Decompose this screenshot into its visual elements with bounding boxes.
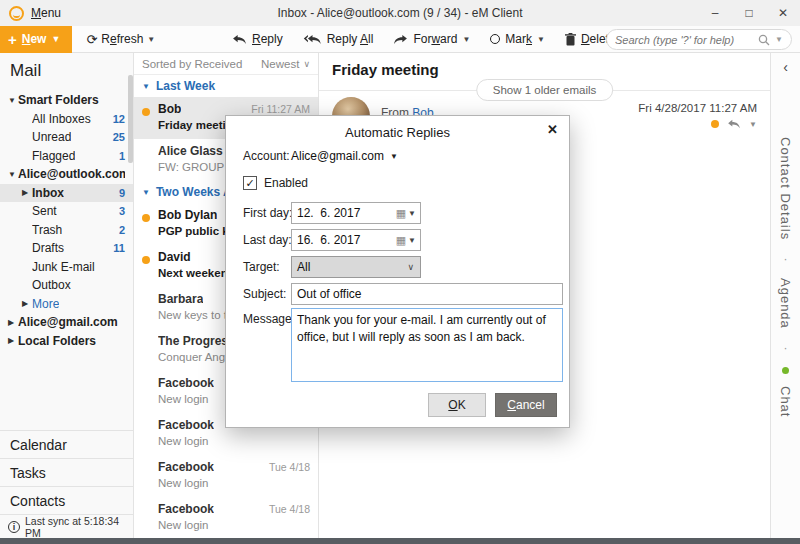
last-day-datepicker[interactable]: ▦ ▼ <box>291 229 421 251</box>
collapse-chevron-icon[interactable]: ‹ <box>783 59 788 75</box>
chat-online-dot-icon <box>782 367 789 374</box>
email-subject: New login <box>158 435 310 447</box>
message-textarea[interactable]: Thank you for your e-mail. I am currentl… <box>292 309 562 381</box>
unread-count-badge: 11 <box>113 242 125 254</box>
mail-section-title: Mail <box>0 53 133 91</box>
email-list-item[interactable]: FacebookTue 4/18New login <box>134 497 318 538</box>
folder-sidebar: Mail ▼Smart FoldersAll Inboxes12Unread25… <box>0 53 134 538</box>
subject-input[interactable] <box>292 284 562 304</box>
sidebar-folder-junk-e-mail[interactable]: Junk E-mail <box>0 258 133 277</box>
search-icon <box>758 34 770 46</box>
email-sender: Barbara <box>158 292 203 306</box>
sidebar-folder-alice-gmail-com[interactable]: ▶Alice@gmail.com <box>0 313 133 332</box>
first-day-datepicker[interactable]: ▦ ▼ <box>291 202 421 224</box>
rail-tab-agenda[interactable]: Agenda <box>778 278 793 329</box>
sidebar-scrollbar[interactable] <box>128 75 133 163</box>
email-sender: David <box>158 250 191 264</box>
email-sender: Bob <box>158 102 181 116</box>
sidebar-bottom-tabs: CalendarTasksContacts i Last sync at 5:1… <box>0 430 133 538</box>
chevron-down-icon: ∨ <box>303 59 310 69</box>
refresh-button[interactable]: ⟳ Refresh ▼ <box>86 32 155 47</box>
sidebar-folder-sent[interactable]: Sent3 <box>0 202 133 221</box>
menu-button[interactable]: Menu <box>31 6 61 20</box>
sidebar-folder-all-inboxes[interactable]: All Inboxes12 <box>0 110 133 129</box>
rail-tab-chat[interactable]: Chat <box>778 386 793 417</box>
enabled-checkbox[interactable]: ✓ <box>243 176 257 190</box>
expand-arrow-icon[interactable]: ▼ <box>8 170 18 179</box>
unread-count-badge: 12 <box>113 113 125 125</box>
forward-button[interactable]: Forward ▼ <box>393 32 470 46</box>
expand-arrow-icon: ▼ <box>142 82 150 91</box>
unread-count-badge: 3 <box>119 205 125 217</box>
sort-label[interactable]: Sorted by Received <box>142 58 242 70</box>
expand-arrow-icon[interactable]: ▶ <box>8 336 18 345</box>
target-select[interactable]: All ∨ <box>291 256 421 278</box>
email-date: Tue 4/18 <box>263 503 310 515</box>
last-day-label: Last day: <box>243 233 292 247</box>
subject-label: Subject: <box>243 287 286 301</box>
mark-button[interactable]: Mark ▼ <box>490 32 545 46</box>
sidebar-folder-local-folders[interactable]: ▶Local Folders <box>0 332 133 351</box>
email-subject: New login <box>158 477 310 489</box>
unread-count-badge: 1 <box>119 150 125 162</box>
folder-label: Unread <box>32 130 71 144</box>
account-dropdown[interactable]: Alice@gmail.com ▼ <box>291 149 398 163</box>
unread-count-badge: 25 <box>113 131 125 143</box>
email-list-item[interactable]: FacebookTue 4/18New login <box>134 455 318 497</box>
sidebar-folder-alice-outlook-com[interactable]: ▼Alice@outlook.com <box>0 165 133 184</box>
first-day-label: First day: <box>243 206 292 220</box>
reply-button[interactable]: Reply <box>232 32 283 46</box>
reply-all-button[interactable]: Reply All <box>303 32 374 46</box>
email-subject: New login <box>158 519 310 531</box>
expand-arrow-icon[interactable]: ▶ <box>8 318 18 327</box>
close-icon[interactable]: ✕ <box>766 6 800 20</box>
folder-label: Drafts <box>32 241 64 255</box>
cancel-button[interactable]: Cancel <box>495 393 557 417</box>
sidebar-tab-tasks[interactable]: Tasks <box>0 458 133 486</box>
expand-arrow-icon[interactable]: ▼ <box>8 96 18 105</box>
sidebar-folder-drafts[interactable]: Drafts11 <box>0 239 133 258</box>
chevron-down-icon[interactable]: ▼ <box>749 120 757 129</box>
chevron-down-icon: ▼ <box>462 35 470 44</box>
minimize-icon[interactable]: – <box>698 6 732 20</box>
titlebar: Menu Inbox - Alice@outlook.com (9 / 34) … <box>0 0 800 26</box>
sidebar-folder-inbox[interactable]: ▶Inbox9 <box>0 184 133 203</box>
search-input[interactable] <box>615 34 753 46</box>
unread-dot-icon[interactable] <box>711 120 719 128</box>
refresh-icon: ⟳ <box>86 32 97 47</box>
sort-order-dropdown[interactable]: Newest ∨ <box>261 58 310 70</box>
rail-tab-contact-details[interactable]: Contact Details <box>778 137 793 240</box>
email-date: Tue 4/18 <box>263 461 310 473</box>
expand-arrow-icon[interactable]: ▶ <box>22 299 32 308</box>
folder-label: Sent <box>32 204 57 218</box>
sidebar-folder-trash[interactable]: Trash2 <box>0 221 133 240</box>
calendar-icon: ▦ <box>396 234 408 247</box>
ok-button[interactable]: OK <box>428 393 486 417</box>
sidebar-folder-unread[interactable]: Unread25 <box>0 128 133 147</box>
list-header: Sorted by Received Newest ∨ <box>134 53 318 75</box>
folder-label: Trash <box>32 223 62 237</box>
expand-arrow-icon[interactable]: ▶ <box>22 188 32 197</box>
expand-arrow-icon: ▼ <box>142 188 150 197</box>
maximize-icon[interactable]: □ <box>732 6 766 20</box>
search-box[interactable]: ▼ <box>606 29 792 50</box>
list-section-header[interactable]: ▼Last Week <box>134 75 318 97</box>
sidebar-folder-outbox[interactable]: Outbox <box>0 276 133 295</box>
unread-count-badge: 9 <box>119 187 125 199</box>
sidebar-tab-contacts[interactable]: Contacts <box>0 486 133 514</box>
close-icon[interactable]: ✕ <box>547 122 558 137</box>
sidebar-folder-smart-folders[interactable]: ▼Smart Folders <box>0 91 133 110</box>
first-day-input[interactable] <box>292 206 396 220</box>
reply-arrow-icon[interactable] <box>727 119 741 129</box>
chevron-down-icon: ▼ <box>775 35 783 44</box>
show-older-emails-button[interactable]: Show 1 older emails <box>476 79 614 101</box>
sidebar-tab-calendar[interactable]: Calendar <box>0 430 133 458</box>
folder-label: Local Folders <box>18 334 96 348</box>
chevron-down-icon: ▼ <box>51 34 60 44</box>
sidebar-folder-more[interactable]: ▶More <box>0 295 133 314</box>
new-button[interactable]: + New ▼ <box>0 26 72 53</box>
unread-dot-icon <box>142 214 150 222</box>
last-day-input[interactable] <box>292 233 396 247</box>
chevron-down-icon: ▼ <box>537 35 545 44</box>
sidebar-folder-flagged[interactable]: Flagged1 <box>0 147 133 166</box>
